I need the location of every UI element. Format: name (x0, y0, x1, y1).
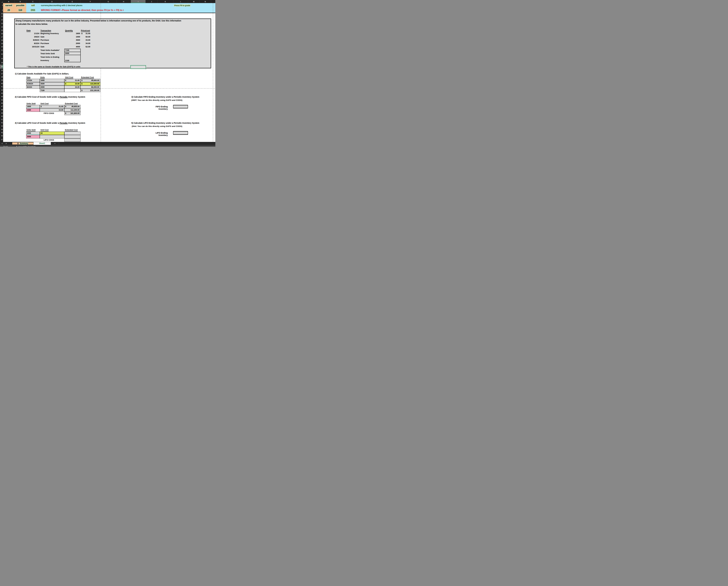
row-header-40[interactable]: 40 (0, 82, 3, 86)
column-header-h[interactable]: H (116, 0, 131, 3)
s1-cell-unit-cost[interactable]: 34.00 (64, 86, 81, 89)
column-header-g[interactable]: G (100, 0, 116, 3)
s4-cell-unit-cost-editing[interactable]: 34 (40, 131, 64, 135)
column-header-j[interactable]: J (146, 0, 158, 3)
format-instruction-cell[interactable]: currency/accounting with 2 decimal place… (41, 3, 114, 7)
s2-cell-extended[interactable]: 112,200.00 (64, 108, 81, 112)
row-header-44[interactable]: 44 (0, 95, 3, 98)
s4-cell-unit-cost[interactable] (40, 135, 64, 139)
column-header-a[interactable]: A (3, 0, 15, 3)
row-header-52[interactable]: 52 (0, 121, 3, 125)
column-header-m[interactable]: M (188, 0, 200, 3)
row-header-2[interactable]: 2 (0, 8, 3, 13)
s4-cell-units-sold[interactable]: 2000 (26, 131, 40, 135)
row-header-36[interactable]: 36 (0, 69, 3, 72)
column-header-i-selected[interactable]: I (131, 0, 146, 3)
row-header-47[interactable]: 47 (0, 105, 3, 108)
column-header-k[interactable]: K (158, 0, 174, 3)
row-header-26[interactable]: 26 (0, 32, 3, 35)
column-header-d[interactable]: D (40, 0, 64, 3)
s1-cell-date[interactable]: 8/2/24 (26, 86, 40, 89)
s4-cell-extended[interactable] (64, 135, 81, 139)
format-error-cell[interactable]: WRONG FORMAT--Please format as directed,… (41, 8, 134, 12)
s1-cell-unit-cost[interactable]: $31.00 (64, 79, 81, 82)
row-header-31[interactable]: 31 (0, 49, 3, 52)
cell-label-cell[interactable]: cell (26, 3, 40, 7)
row-header-53[interactable]: 53 (0, 125, 3, 128)
row-header-37[interactable]: 37 (0, 72, 3, 75)
fill-handle[interactable] (145, 68, 146, 69)
column-header-f[interactable]: F (80, 0, 100, 3)
row-header-49[interactable]: 49 (0, 112, 3, 115)
s4-total-cell[interactable] (64, 139, 81, 142)
s1-cell-extended[interactable]: $49,600.00 (80, 79, 100, 82)
tab-sheet1-active[interactable]: Sheet1 (33, 142, 51, 145)
row-header-20[interactable]: 20 (0, 13, 3, 15)
row-header-30[interactable]: 30 (0, 45, 3, 49)
s1-cell-units[interactable]: 2000 (40, 86, 64, 89)
total-units-sold-box[interactable]: 5000 (64, 52, 81, 55)
row-header-1[interactable]: 1 (0, 3, 3, 8)
row-header-48[interactable]: 48 (0, 108, 3, 112)
row-header-34[interactable]: 34 (0, 61, 3, 65)
row-header-54[interactable]: 54 (0, 128, 3, 131)
row-header-45[interactable]: 45 (0, 98, 3, 102)
column-header-n[interactable]: N (200, 0, 211, 3)
column-header-partial[interactable] (211, 0, 215, 3)
s1-cell-extended-highlighted[interactable]: $115,500.00 (80, 82, 100, 86)
row-header-41[interactable]: 41 (0, 85, 3, 89)
s1-cell-unit-cost-highlighted[interactable]: $33.00 (64, 82, 81, 86)
status-accessibility[interactable]: Accessibility: Investigate (18, 146, 36, 147)
s1-cell-extended[interactable]: 68,000.00 (80, 86, 100, 89)
row-header-32[interactable]: 32 (0, 52, 3, 56)
s1-total-units-cell[interactable]: 7100 (40, 89, 64, 92)
total-units-ending-box[interactable]: 2100 (64, 55, 81, 62)
s1-total-extended-cell[interactable]: $233,100.00 (80, 89, 100, 92)
row-header-51[interactable]: 51 (0, 118, 3, 121)
row-header-25[interactable]: 25 (0, 29, 3, 32)
s1-cell-units[interactable]: 1600 (40, 79, 64, 82)
row-header-27[interactable]: 27 (0, 35, 3, 39)
row-header-46[interactable]: 46 (0, 102, 3, 105)
s1-cell-date[interactable]: 6/26/24 (26, 82, 40, 86)
column-header-b[interactable]: B (15, 0, 26, 3)
row-header-23[interactable]: 23 (0, 22, 3, 25)
row-header-38[interactable]: 38 (0, 75, 3, 79)
row-header-35-selected[interactable]: 35 (0, 65, 3, 69)
row-header-56[interactable]: 56 (0, 135, 3, 138)
lifo-ending-inventory-box[interactable] (173, 131, 188, 135)
row-header-43[interactable]: 43 (0, 92, 3, 95)
s2-cell-extended[interactable]: $49,600.00 (64, 105, 81, 108)
row-header-28[interactable]: 28 (0, 39, 3, 42)
s1-cell-date[interactable]: 1/1/24 (26, 79, 40, 82)
possible-label-cell[interactable]: possible (15, 3, 26, 7)
row-header-33[interactable]: 33 (0, 56, 3, 61)
row-header-50[interactable]: 50 (0, 115, 3, 118)
row-header-29[interactable]: 29 (0, 42, 3, 46)
s2-total-cell[interactable]: $161,800.00 (64, 112, 81, 115)
s4-cell-extended[interactable] (64, 131, 81, 135)
select-all-corner[interactable] (0, 0, 3, 3)
total-units-available-box[interactable]: 7100 (64, 49, 81, 52)
possible-value-cell[interactable]: 110 (15, 8, 26, 12)
add-sheet-icon[interactable]: + (54, 142, 56, 145)
s1-total-unit-cost-cell[interactable] (64, 89, 81, 92)
prev-sheet-icon[interactable] (1, 143, 2, 144)
s2-cell-unit-cost[interactable]: 33.00 (40, 108, 64, 112)
grade-hint-cell[interactable]: Press F9 to grade (174, 3, 203, 7)
next-sheet-icon[interactable] (6, 143, 7, 144)
row-header-21[interactable]: 21 (0, 15, 3, 18)
selected-cell-i35[interactable] (130, 65, 146, 69)
earned-label-cell[interactable]: earned (3, 3, 15, 7)
cell-ref-cell[interactable]: D55 (26, 8, 40, 12)
tab-summary[interactable]: Summary (12, 142, 33, 145)
s2-cell-units-sold[interactable]: 1600 (26, 105, 40, 108)
row-header-24[interactable]: 24 (0, 25, 3, 29)
s2-cell-unit-cost[interactable]: $31.00 (40, 105, 64, 108)
column-header-l[interactable]: L (174, 0, 188, 3)
s2-cell-units-sold-wrong[interactable]: 3400 (26, 108, 40, 112)
row-header-57[interactable]: 57 (0, 138, 3, 142)
s4-cell-units-sold-wrong[interactable]: 3000 (26, 135, 40, 139)
row-header-39[interactable]: 39 (0, 79, 3, 82)
column-header-e[interactable]: E (64, 0, 81, 3)
